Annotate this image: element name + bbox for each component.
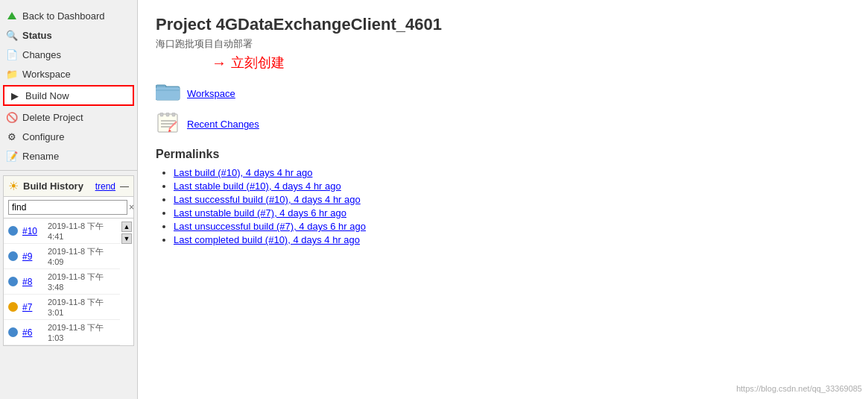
build-row: #10 2019-11-8 下午4:41 (4, 219, 120, 244)
svg-rect-6 (166, 113, 169, 116)
arrow-up-icon (6, 10, 18, 22)
permalink-item: Last build (#10), 4 days 4 hr ago (174, 167, 850, 178)
main-content: Project 4GDataExchangeClient_4601 海口跑批项目… (138, 0, 868, 399)
notepad-icon (156, 113, 181, 136)
build-date: 2019-11-8 下午4:41 (48, 221, 115, 241)
permalink-item: Last completed build (#10), 4 days 4 hr … (174, 234, 850, 245)
recent-changes-link[interactable]: Recent Changes (187, 119, 259, 130)
build-number-link[interactable]: #10 (22, 226, 43, 236)
build-number-link[interactable]: #6 (22, 327, 43, 338)
rename-icon: 📝 (6, 150, 18, 162)
build-history-title: Build History (23, 180, 91, 192)
folder-icon (156, 81, 181, 107)
permalink-item: Last stable build (#10), 4 days 4 hr ago (174, 180, 850, 192)
scroll-up-button[interactable]: ▲ (121, 222, 132, 232)
build-status-icon (8, 302, 18, 312)
trend-link[interactable]: trend (95, 181, 115, 192)
build-history-dash: — (120, 181, 129, 192)
permalinks-title: Permalinks (156, 148, 850, 161)
build-search-clear-button[interactable]: × (127, 202, 136, 213)
build-status-icon (8, 226, 18, 236)
delete-icon: 🚫 (6, 111, 18, 123)
build-history-search-bar: × (4, 197, 133, 219)
permalink-link[interactable]: Last unsuccessful build (#7), 4 days 6 h… (174, 221, 366, 232)
build-date: 2019-11-8 下午4:09 (48, 246, 115, 266)
permalink-item: Last unstable build (#7), 4 days 6 hr ag… (174, 207, 850, 219)
sidebar-item-changes[interactable]: 📄 Changes (0, 45, 137, 64)
permalink-item: Last unsuccessful build (#7), 4 days 6 h… (174, 221, 850, 232)
build-history-header: ☀ Build History trend — (4, 176, 133, 197)
annotation-text: 立刻创建 (231, 54, 285, 72)
build-status-icon (8, 327, 18, 337)
arrow-right-annotation: → (212, 54, 226, 72)
svg-rect-5 (160, 113, 163, 116)
status-icon: 🔍 (6, 29, 18, 41)
build-number-link[interactable]: #7 (22, 302, 43, 312)
sidebar-item-configure[interactable]: ⚙ Configure (0, 127, 137, 146)
configure-icon: ⚙ (6, 131, 18, 142)
sun-icon: ☀ (8, 179, 19, 193)
permalink-link[interactable]: Last unstable build (#7), 4 days 6 hr ag… (174, 207, 346, 219)
build-now-icon: ▶ (9, 89, 21, 101)
links-section: Workspace (156, 81, 850, 136)
permalink-link[interactable]: Last stable build (#10), 4 days 4 hr ago (174, 180, 341, 192)
sidebar-back-to-dashboard[interactable]: Back to Dashboard (0, 6, 137, 25)
scroll-down-button[interactable]: ▼ (121, 233, 132, 244)
changes-icon: 📄 (6, 48, 18, 60)
workspace-link[interactable]: Workspace (187, 88, 235, 99)
permalink-item: Last successful build (#10), 4 days 4 hr… (174, 194, 850, 205)
sidebar-item-delete-project[interactable]: 🚫 Delete Project (0, 107, 137, 127)
permalinks-section: Permalinks Last build (#10), 4 days 4 hr… (156, 148, 850, 245)
build-row: #6 2019-11-8 下午1:03 (4, 320, 120, 345)
sidebar-item-status[interactable]: 🔍 Status (0, 25, 137, 45)
sidebar-item-workspace[interactable]: 📁 Workspace (0, 64, 137, 84)
workspace-link-item: Workspace (156, 81, 850, 107)
sidebar-divider (0, 170, 137, 171)
build-list: #10 2019-11-8 下午4:41 #9 2019-11-8 下午4:09… (4, 219, 120, 345)
permalinks-list: Last build (#10), 4 days 4 hr agoLast st… (156, 167, 850, 245)
build-number-link[interactable]: #8 (22, 277, 43, 287)
sidebar-item-rename[interactable]: 📝 Rename (0, 146, 137, 166)
scroll-controls: ▲ ▼ (120, 219, 133, 345)
build-history-panel: ☀ Build History trend — × #10 2019-11-8 … (3, 175, 134, 346)
permalink-link[interactable]: Last build (#10), 4 days 4 hr ago (174, 167, 312, 178)
recent-changes-link-item: Recent Changes (156, 113, 850, 136)
build-search-input[interactable] (8, 200, 127, 215)
permalink-link[interactable]: Last completed build (#10), 4 days 4 hr … (174, 234, 360, 245)
build-date: 2019-11-8 下午1:03 (48, 322, 115, 342)
build-status-icon (8, 251, 18, 261)
watermark: https://blog.csdn.net/qq_33369085 (736, 384, 862, 393)
svg-rect-7 (172, 113, 175, 116)
project-subtitle: 海口跑批项目自动部署 (156, 37, 850, 51)
svg-rect-2 (156, 87, 180, 100)
build-status-icon (8, 277, 18, 286)
build-scroll-area: #10 2019-11-8 下午4:41 #9 2019-11-8 下午4:09… (4, 219, 133, 345)
build-number-link[interactable]: #9 (22, 251, 43, 262)
sidebar-item-build-now[interactable]: ▶ Build Now (3, 85, 134, 106)
workspace-icon: 📁 (6, 68, 18, 80)
sidebar: Back to Dashboard 🔍 Status 📄 Changes 📁 W… (0, 0, 138, 399)
build-row: #7 2019-11-8 下午3:01 (4, 295, 120, 320)
build-row: #9 2019-11-8 下午4:09 (4, 244, 120, 269)
project-title: Project 4GDataExchangeClient_4601 (156, 15, 850, 34)
build-row: #8 2019-11-8 下午3:48 (4, 269, 120, 295)
build-date: 2019-11-8 下午3:48 (48, 271, 115, 292)
permalink-link[interactable]: Last successful build (#10), 4 days 4 hr… (174, 194, 361, 205)
build-date: 2019-11-8 下午3:01 (48, 297, 115, 317)
